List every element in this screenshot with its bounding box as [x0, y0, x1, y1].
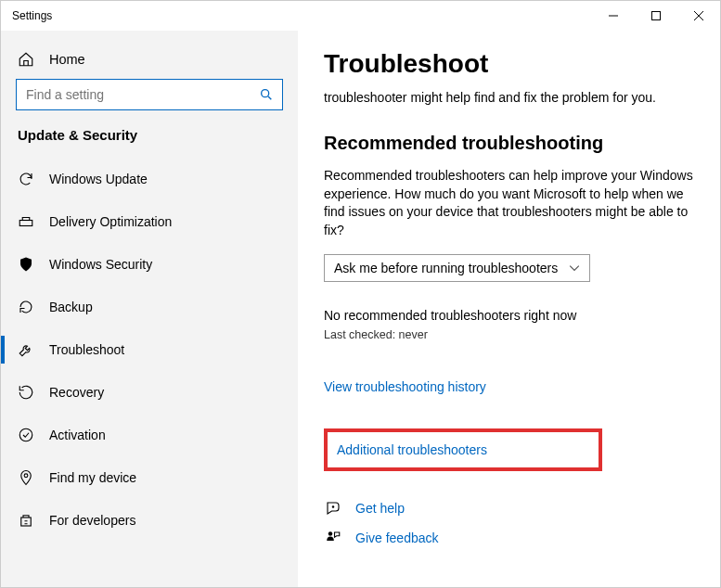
nav-label: Troubleshoot	[49, 342, 124, 357]
nav-delivery-optimization[interactable]: Delivery Optimization	[1, 200, 298, 243]
svg-point-11	[328, 532, 333, 537]
nav-activation[interactable]: Activation	[1, 414, 298, 456]
last-checked-text: Last checked: never	[324, 328, 694, 341]
additional-troubleshooters-link[interactable]: Additional troubleshooters	[337, 442, 487, 457]
nav-backup[interactable]: Backup	[1, 286, 298, 328]
wrench-icon	[18, 341, 34, 358]
feedback-icon	[324, 529, 342, 547]
nav-recovery[interactable]: Recovery	[1, 371, 298, 414]
nav-label: Recovery	[49, 385, 104, 400]
location-icon	[18, 469, 34, 486]
svg-rect-9	[21, 518, 32, 526]
highlight-annotation: Additional troubleshooters	[324, 428, 602, 471]
give-feedback-link[interactable]: Give feedback	[355, 530, 439, 545]
svg-rect-6	[19, 221, 32, 226]
home-label: Home	[49, 52, 85, 67]
nav-find-my-device[interactable]: Find my device	[1, 456, 298, 499]
titlebar: Settings	[1, 1, 720, 31]
maximize-button[interactable]	[635, 1, 677, 31]
nav-label: Delivery Optimization	[49, 214, 172, 229]
window-title: Settings	[12, 9, 52, 22]
shield-icon	[18, 256, 34, 273]
nav-windows-security[interactable]: Windows Security	[1, 243, 298, 286]
close-button[interactable]	[677, 1, 720, 31]
svg-point-4	[262, 90, 269, 97]
content-area: Troubleshoot troubleshooter might help f…	[298, 31, 720, 587]
get-help-row[interactable]: Get help	[324, 499, 694, 518]
recommended-paragraph: Recommended troubleshooters can help imp…	[324, 167, 694, 239]
history-link[interactable]: View troubleshooting history	[324, 379, 486, 394]
get-help-link[interactable]: Get help	[355, 501, 405, 516]
svg-rect-1	[652, 12, 661, 20]
sync-icon	[18, 171, 34, 187]
search-box[interactable]	[16, 79, 283, 110]
nav-label: Find my device	[49, 470, 136, 485]
recovery-icon	[18, 384, 34, 401]
nav-label: Backup	[49, 300, 93, 314]
svg-point-7	[19, 428, 32, 441]
section-title: Update & Security	[1, 127, 298, 158]
delivery-icon	[18, 213, 34, 230]
svg-point-8	[24, 474, 28, 478]
lead-text: troubleshooter might help find and fix t…	[324, 90, 694, 105]
nav-troubleshoot[interactable]: Troubleshoot	[1, 328, 298, 371]
settings-window: Settings Home	[0, 0, 721, 588]
home-icon	[18, 51, 34, 68]
nav-label: Activation	[49, 428, 106, 442]
nav-label: Windows Security	[49, 257, 152, 272]
nav-windows-update[interactable]: Windows Update	[1, 158, 298, 200]
backup-icon	[18, 299, 34, 315]
page-heading: Troubleshoot	[324, 49, 694, 79]
dropdown-value: Ask me before running troubleshooters	[334, 261, 558, 275]
svg-point-10	[332, 506, 334, 508]
home-nav[interactable]: Home	[1, 40, 298, 79]
nav-label: Windows Update	[49, 172, 148, 186]
developer-icon	[18, 512, 34, 529]
chevron-down-icon	[569, 263, 580, 274]
give-feedback-row[interactable]: Give feedback	[324, 529, 694, 547]
check-circle-icon	[18, 427, 34, 443]
nav-label: For developers	[49, 513, 135, 528]
nav-for-developers[interactable]: For developers	[1, 499, 298, 542]
recommended-heading: Recommended troubleshooting	[324, 133, 694, 154]
sidebar: Home Update & Security Windows Update	[1, 31, 298, 587]
troubleshoot-preference-dropdown[interactable]: Ask me before running troubleshooters	[324, 254, 590, 282]
svg-line-5	[268, 96, 271, 99]
search-input[interactable]	[17, 87, 251, 102]
search-icon	[251, 87, 282, 102]
minimize-button[interactable]	[592, 1, 635, 31]
no-recommended-text: No recommended troubleshooters right now	[324, 308, 694, 323]
get-help-icon	[324, 499, 342, 518]
